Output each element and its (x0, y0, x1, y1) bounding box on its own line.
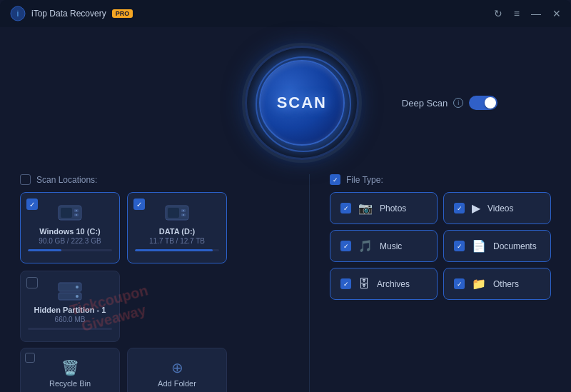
others-label: Others (493, 279, 519, 289)
refresh-button[interactable]: ↻ (494, 8, 502, 19)
file-type-videos[interactable]: ▶ Videos (443, 192, 551, 224)
title-bar-right: ↻ ≡ — ✕ (494, 8, 561, 19)
file-type-all-checkbox[interactable] (330, 174, 340, 185)
drive-c-progress-bar (28, 249, 61, 251)
add-folder-card[interactable]: ⊕ Add Folder (127, 348, 227, 392)
documents-checkbox (454, 241, 465, 251)
file-type-music[interactable]: 🎵 Music (330, 230, 438, 262)
drive-d-progress (135, 249, 219, 251)
deep-scan-info-icon[interactable]: i (453, 98, 463, 108)
scan-label: SCAN (277, 94, 327, 112)
file-types-panel: File Type: 📷 Photos ▶ Videos (330, 174, 551, 392)
drive-cards-list: Windows 10 (C:) 90.0 GB / 222.3 GB (20, 192, 289, 342)
file-type-grid: 📷 Photos ▶ Videos 🎵 Music (330, 192, 551, 300)
drive-hidden-progress (28, 328, 112, 330)
archives-label: Archives (377, 279, 410, 289)
drive-d-checkbox (133, 198, 145, 210)
title-bar-left: i iTop Data Recovery PRO (10, 6, 133, 21)
svg-text:i: i (17, 10, 19, 18)
file-type-header: File Type: (330, 174, 551, 185)
scan-button-wrap: SCAN (245, 46, 359, 160)
videos-icon: ▶ (472, 201, 480, 215)
scan-locations-label: Scan Locations: (36, 175, 97, 185)
scan-locations-checkbox[interactable] (20, 174, 31, 185)
scan-button[interactable]: SCAN (259, 60, 345, 146)
minimize-button[interactable]: — (531, 8, 541, 19)
archives-icon: 🗄 (358, 278, 370, 291)
file-type-label: File Type: (346, 175, 383, 185)
svg-point-13 (183, 214, 184, 216)
app-title: iTop Data Recovery (31, 9, 106, 19)
drive-d-name: DATA (D:) (135, 227, 219, 236)
deep-scan-row: Deep Scan i (402, 96, 497, 110)
drive-c-name: Windows 10 (C:) (28, 227, 112, 236)
main-content: SCAN Deep Scan i Scan Locations: (0, 27, 571, 392)
drive-d-size: 11.7 TB / 12.7 TB (135, 237, 219, 245)
add-folder-label: Add Folder (158, 379, 196, 388)
file-type-others[interactable]: 📁 Others (443, 268, 551, 300)
svg-rect-3 (61, 208, 72, 218)
file-type-photos[interactable]: 📷 Photos (330, 192, 438, 224)
close-button[interactable]: ✕ (552, 8, 561, 19)
drive-card-hidden[interactable]: Hidden Partition - 1 660.0 MB (20, 271, 120, 342)
hdd-c-icon (57, 203, 83, 223)
photos-icon: 📷 (358, 201, 373, 215)
drive-c-size: 90.0 GB / 222.3 GB (28, 237, 112, 245)
videos-label: Videos (487, 203, 513, 213)
drive-hidden-size: 660.0 MB (28, 316, 112, 323)
scan-area: SCAN Deep Scan i (20, 34, 551, 174)
music-icon: 🎵 (358, 239, 373, 253)
svg-rect-9 (168, 208, 179, 218)
music-checkbox (340, 241, 351, 251)
drive-c-checkbox (26, 198, 38, 210)
recycle-bin-checkbox (25, 353, 35, 363)
svg-point-7 (76, 214, 77, 216)
menu-button[interactable]: ≡ (514, 8, 520, 19)
documents-icon: 📄 (472, 239, 486, 253)
extra-cards: 🗑️ Recycle Bin ⊕ Add Folder (20, 348, 289, 392)
file-type-archives[interactable]: 🗄 Archives (330, 268, 438, 300)
photos-checkbox (340, 203, 351, 213)
drive-c-progress (28, 249, 112, 251)
drive-card-c[interactable]: Windows 10 (C:) 90.0 GB / 222.3 GB (20, 192, 120, 263)
videos-checkbox (454, 203, 465, 213)
svg-point-6 (76, 210, 77, 211)
bottom-section: Scan Locations: (20, 174, 551, 392)
title-bar: i iTop Data Recovery PRO ↻ ≡ — ✕ (0, 0, 571, 27)
drive-d-progress-bar (135, 249, 213, 251)
app-logo-icon: i (10, 6, 26, 21)
drive-d-icon-area (135, 203, 219, 223)
others-icon: 📁 (472, 277, 486, 291)
recycle-bin-label: Recycle Bin (49, 379, 91, 388)
svg-point-12 (183, 210, 184, 211)
deep-scan-area: Deep Scan i (402, 96, 497, 110)
drive-c-icon-area (28, 203, 112, 223)
deep-scan-toggle[interactable] (469, 96, 497, 110)
scan-locations-header: Scan Locations: (20, 174, 289, 185)
recycle-bin-card[interactable]: 🗑️ Recycle Bin (20, 348, 120, 392)
file-type-documents[interactable]: 📄 Documents (443, 230, 551, 262)
documents-label: Documents (493, 241, 537, 251)
archives-checkbox (340, 278, 351, 289)
music-label: Music (380, 241, 402, 251)
deep-scan-label: Deep Scan (402, 98, 448, 109)
scan-locations-panel: Scan Locations: (20, 174, 289, 392)
svg-point-16 (76, 286, 79, 288)
add-folder-icon: ⊕ (171, 359, 183, 376)
panel-separator (309, 174, 310, 392)
drive-card-d[interactable]: DATA (D:) 11.7 TB / 12.7 TB (127, 192, 227, 263)
others-checkbox (454, 278, 465, 289)
svg-point-17 (76, 295, 79, 298)
hdd-hidden-icon (57, 281, 83, 301)
hdd-d-icon (164, 203, 190, 223)
drive-hidden-name: Hidden Partition - 1 (28, 306, 112, 314)
pro-badge: PRO (112, 9, 133, 18)
photos-label: Photos (380, 203, 406, 213)
recycle-bin-icon: 🗑️ (61, 359, 79, 376)
drive-hidden-checkbox (26, 277, 38, 288)
drive-hidden-icon-area (28, 281, 112, 301)
